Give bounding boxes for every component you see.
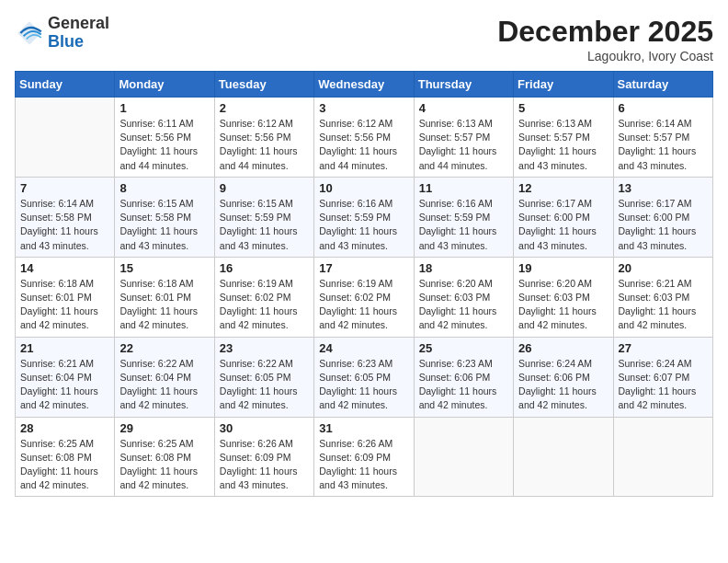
day-info: Sunrise: 6:11 AMSunset: 5:56 PMDaylight:… [119,117,209,173]
logo-icon [15,18,44,48]
day-cell: 31Sunrise: 6:26 AMSunset: 6:09 PMDayligh… [314,417,414,497]
day-number: 30 [220,421,309,435]
day-cell [613,417,712,497]
day-number: 10 [319,181,408,195]
day-cell: 26Sunrise: 6:24 AMSunset: 6:06 PMDayligh… [514,337,613,417]
logo-text: General Blue [48,15,109,52]
day-cell: 13Sunrise: 6:17 AMSunset: 6:00 PMDayligh… [613,177,712,257]
day-info: Sunrise: 6:16 AMSunset: 5:59 PMDaylight:… [319,197,408,253]
week-row-2: 7Sunrise: 6:14 AMSunset: 5:58 PMDaylight… [16,177,713,257]
day-info: Sunrise: 6:21 AMSunset: 6:03 PMDaylight:… [619,277,708,333]
day-number: 28 [20,421,109,435]
week-row-1: 1Sunrise: 6:11 AMSunset: 5:56 PMDaylight… [16,98,713,178]
day-info: Sunrise: 6:12 AMSunset: 5:56 PMDaylight:… [319,117,408,173]
day-cell [514,417,613,497]
day-cell: 20Sunrise: 6:21 AMSunset: 6:03 PMDayligh… [613,257,712,337]
month-title: December 2025 [497,15,713,49]
day-number: 11 [419,181,508,195]
day-number: 19 [518,261,608,275]
day-cell: 19Sunrise: 6:20 AMSunset: 6:03 PMDayligh… [514,257,613,337]
day-cell: 6Sunrise: 6:14 AMSunset: 5:57 PMDaylight… [613,98,712,178]
day-cell: 17Sunrise: 6:19 AMSunset: 6:02 PMDayligh… [314,257,414,337]
day-info: Sunrise: 6:17 AMSunset: 6:00 PMDaylight:… [518,197,608,253]
day-info: Sunrise: 6:26 AMSunset: 6:09 PMDaylight:… [319,437,408,493]
title-block: December 2025 Lagoukro, Ivory Coast [497,15,713,63]
day-cell: 10Sunrise: 6:16 AMSunset: 5:59 PMDayligh… [314,177,414,257]
day-cell: 12Sunrise: 6:17 AMSunset: 6:00 PMDayligh… [514,177,613,257]
day-cell: 15Sunrise: 6:18 AMSunset: 6:01 PMDayligh… [115,257,214,337]
day-number: 29 [119,421,209,435]
day-cell: 29Sunrise: 6:25 AMSunset: 6:08 PMDayligh… [115,417,214,497]
day-cell: 18Sunrise: 6:20 AMSunset: 6:03 PMDayligh… [414,257,513,337]
day-cell: 24Sunrise: 6:23 AMSunset: 6:05 PMDayligh… [314,337,414,417]
day-cell: 11Sunrise: 6:16 AMSunset: 5:59 PMDayligh… [414,177,513,257]
page-header: General Blue December 2025 Lagoukro, Ivo… [15,15,713,63]
day-info: Sunrise: 6:18 AMSunset: 6:01 PMDaylight:… [119,277,209,333]
day-info: Sunrise: 6:22 AMSunset: 6:04 PMDaylight:… [119,357,209,413]
day-cell: 23Sunrise: 6:22 AMSunset: 6:05 PMDayligh… [214,337,313,417]
day-info: Sunrise: 6:26 AMSunset: 6:09 PMDaylight:… [220,437,309,493]
day-cell: 4Sunrise: 6:13 AMSunset: 5:57 PMDaylight… [414,98,513,178]
day-cell: 25Sunrise: 6:23 AMSunset: 6:06 PMDayligh… [414,337,513,417]
week-row-5: 28Sunrise: 6:25 AMSunset: 6:08 PMDayligh… [16,417,713,497]
day-cell: 14Sunrise: 6:18 AMSunset: 6:01 PMDayligh… [16,257,115,337]
weekday-header-row: SundayMondayTuesdayWednesdayThursdayFrid… [16,72,713,98]
weekday-header-sunday: Sunday [16,72,115,98]
day-info: Sunrise: 6:25 AMSunset: 6:08 PMDaylight:… [20,437,109,493]
day-info: Sunrise: 6:15 AMSunset: 5:58 PMDaylight:… [119,197,209,253]
day-info: Sunrise: 6:18 AMSunset: 6:01 PMDaylight:… [20,277,109,333]
day-number: 21 [20,341,109,355]
day-number: 7 [20,181,109,195]
day-cell: 3Sunrise: 6:12 AMSunset: 5:56 PMDaylight… [314,98,414,178]
day-number: 1 [119,101,209,115]
day-info: Sunrise: 6:24 AMSunset: 6:07 PMDaylight:… [619,357,708,413]
day-number: 2 [220,101,309,115]
weekday-header-tuesday: Tuesday [214,72,313,98]
day-cell: 16Sunrise: 6:19 AMSunset: 6:02 PMDayligh… [214,257,313,337]
day-info: Sunrise: 6:25 AMSunset: 6:08 PMDaylight:… [119,437,209,493]
day-number: 31 [319,421,408,435]
day-info: Sunrise: 6:23 AMSunset: 6:05 PMDaylight:… [319,357,408,413]
day-cell: 27Sunrise: 6:24 AMSunset: 6:07 PMDayligh… [613,337,712,417]
week-row-4: 21Sunrise: 6:21 AMSunset: 6:04 PMDayligh… [16,337,713,417]
weekday-header-wednesday: Wednesday [314,72,414,98]
day-info: Sunrise: 6:14 AMSunset: 5:58 PMDaylight:… [20,197,109,253]
day-cell: 22Sunrise: 6:22 AMSunset: 6:04 PMDayligh… [115,337,214,417]
logo: General Blue [15,15,109,52]
location-label: Lagoukro, Ivory Coast [497,49,713,63]
day-cell: 9Sunrise: 6:15 AMSunset: 5:59 PMDaylight… [214,177,313,257]
day-number: 5 [518,101,608,115]
day-cell: 30Sunrise: 6:26 AMSunset: 6:09 PMDayligh… [214,417,313,497]
day-info: Sunrise: 6:20 AMSunset: 6:03 PMDaylight:… [419,277,508,333]
day-number: 12 [518,181,608,195]
day-info: Sunrise: 6:19 AMSunset: 6:02 PMDaylight:… [220,277,309,333]
day-info: Sunrise: 6:24 AMSunset: 6:06 PMDaylight:… [518,357,608,413]
day-cell: 7Sunrise: 6:14 AMSunset: 5:58 PMDaylight… [16,177,115,257]
logo-blue: Blue [48,32,84,51]
day-cell: 21Sunrise: 6:21 AMSunset: 6:04 PMDayligh… [16,337,115,417]
day-cell: 8Sunrise: 6:15 AMSunset: 5:58 PMDaylight… [115,177,214,257]
weekday-header-friday: Friday [514,72,613,98]
day-number: 6 [619,101,708,115]
day-cell: 28Sunrise: 6:25 AMSunset: 6:08 PMDayligh… [16,417,115,497]
day-number: 27 [619,341,708,355]
weekday-header-monday: Monday [115,72,214,98]
day-number: 25 [419,341,508,355]
day-number: 18 [419,261,508,275]
day-info: Sunrise: 6:20 AMSunset: 6:03 PMDaylight:… [518,277,608,333]
day-cell: 2Sunrise: 6:12 AMSunset: 5:56 PMDaylight… [214,98,313,178]
day-info: Sunrise: 6:22 AMSunset: 6:05 PMDaylight:… [220,357,309,413]
day-info: Sunrise: 6:15 AMSunset: 5:59 PMDaylight:… [220,197,309,253]
day-info: Sunrise: 6:17 AMSunset: 6:00 PMDaylight:… [619,197,708,253]
week-row-3: 14Sunrise: 6:18 AMSunset: 6:01 PMDayligh… [16,257,713,337]
day-number: 24 [319,341,408,355]
day-number: 16 [220,261,309,275]
logo-general: General [48,14,109,32]
day-info: Sunrise: 6:19 AMSunset: 6:02 PMDaylight:… [319,277,408,333]
day-number: 14 [20,261,109,275]
day-number: 4 [419,101,508,115]
weekday-header-saturday: Saturday [613,72,712,98]
day-number: 3 [319,101,408,115]
day-cell: 1Sunrise: 6:11 AMSunset: 5:56 PMDaylight… [115,98,214,178]
day-info: Sunrise: 6:23 AMSunset: 6:06 PMDaylight:… [419,357,508,413]
